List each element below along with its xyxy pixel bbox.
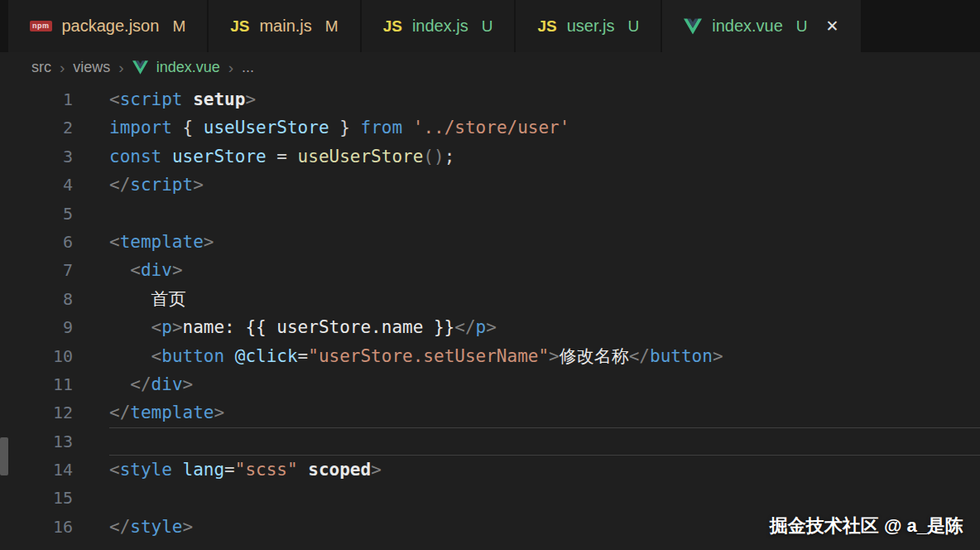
code-line[interactable]: 1<script setup>	[0, 85, 980, 113]
scrollbar-left-indicator[interactable]	[0, 437, 8, 475]
code-token: name:	[183, 317, 246, 337]
code-token: </	[109, 175, 130, 195]
line-number[interactable]: 4	[0, 171, 73, 199]
line-number[interactable]: 9	[0, 313, 73, 341]
code-token: '../store/user'	[413, 118, 570, 138]
code-token: </	[109, 517, 130, 537]
git-status-badge: U	[628, 17, 640, 36]
code-token: userStore	[172, 147, 267, 166]
line-number[interactable]: 14	[0, 456, 73, 484]
line-number[interactable]: 5	[0, 200, 73, 228]
js-icon: JS	[537, 17, 556, 36]
line-number[interactable]: 13	[0, 427, 73, 456]
code-line[interactable]: 5	[0, 200, 980, 228]
code-token: style	[130, 517, 182, 537]
code-line[interactable]: 8 首页	[0, 285, 980, 313]
code-line[interactable]: 13	[0, 427, 980, 456]
code-token: {{ userStore.name }}	[245, 317, 454, 337]
line-number[interactable]: 10	[0, 342, 73, 370]
code-line[interactable]: 2import { useUserStore } from '../store/…	[0, 113, 980, 142]
code-token: >	[371, 460, 382, 480]
code-token: >	[183, 517, 194, 537]
code-token	[224, 346, 235, 366]
tab-package-json[interactable]: npm package.json M	[8, 0, 209, 52]
code-line[interactable]: 15	[0, 484, 980, 512]
tab-index-vue[interactable]: index.vue U ✕	[662, 0, 862, 52]
tab-label: index.js	[412, 17, 468, 36]
code-token: >	[193, 175, 204, 195]
code-token: button	[161, 346, 224, 366]
code-token: button	[650, 346, 713, 366]
line-number[interactable]: 16	[0, 513, 73, 541]
line-number[interactable]: 1	[0, 85, 73, 113]
code-token: </	[109, 403, 130, 422]
code-token: script	[130, 175, 193, 195]
code-line[interactable]: 6<template>	[0, 228, 980, 256]
code-token	[183, 89, 194, 109]
code-token: const	[109, 147, 161, 166]
code-token: <	[109, 232, 120, 252]
code-token: >	[204, 232, 214, 252]
code-token: style	[120, 460, 172, 480]
code-content: </template>	[109, 398, 980, 427]
code-token: <	[130, 260, 141, 280]
breadcrumb-item-symbol[interactable]: ...	[242, 59, 254, 76]
code-token: template	[130, 403, 214, 422]
breadcrumb-item-src[interactable]: src	[31, 59, 51, 76]
code-line[interactable]: 10 <button @click="userStore.setUserName…	[0, 342, 980, 370]
code-line[interactable]: 7 <div>	[0, 256, 980, 284]
code-token: >	[549, 346, 560, 366]
code-token: p	[476, 317, 487, 337]
code-token: from	[361, 118, 403, 138]
git-status-badge: M	[172, 17, 185, 36]
code-token	[172, 460, 183, 480]
code-token: >	[214, 403, 224, 422]
tab-label: package.json	[62, 17, 160, 36]
code-token: div	[151, 374, 183, 394]
code-token	[329, 118, 340, 138]
code-line[interactable]: 3const userStore = useUserStore();	[0, 142, 980, 171]
code-line[interactable]: 11 </div>	[0, 370, 980, 398]
code-token: setup	[193, 89, 245, 109]
code-content: <div>	[109, 256, 980, 284]
breadcrumb-item-file[interactable]: index.vue	[156, 59, 220, 76]
chevron-right-icon: ›	[118, 59, 123, 77]
line-number[interactable]: 8	[0, 285, 73, 313]
code-token: ;	[444, 147, 455, 166]
code-token: <	[109, 460, 120, 480]
code-token: =	[224, 460, 235, 480]
code-token	[193, 118, 204, 138]
tab-main-js[interactable]: JS main.js M	[209, 0, 361, 52]
line-number[interactable]: 7	[0, 256, 73, 284]
close-icon[interactable]: ✕	[826, 18, 839, 34]
code-line[interactable]: 4</script>	[0, 171, 980, 199]
line-number[interactable]: 15	[0, 484, 73, 512]
breadcrumb-item-views[interactable]: views	[73, 59, 110, 76]
code-content: </div>	[109, 370, 980, 398]
tab-index-js[interactable]: JS index.js U	[362, 0, 516, 52]
code-token	[172, 118, 183, 138]
code-token: >	[713, 346, 723, 366]
line-number[interactable]: 3	[0, 142, 73, 171]
line-number[interactable]: 2	[0, 113, 73, 142]
line-number[interactable]: 11	[0, 370, 73, 398]
code-line[interactable]: 12</template>	[0, 398, 980, 427]
line-number[interactable]: 6	[0, 228, 73, 256]
git-status-badge: U	[796, 17, 808, 36]
code-token: useUserStore	[204, 118, 329, 138]
code-token: </	[629, 346, 650, 366]
code-token: {	[183, 118, 194, 138]
code-token: 首页	[109, 289, 186, 309]
line-number[interactable]: 12	[0, 398, 73, 427]
git-status-badge: U	[482, 17, 493, 36]
code-area[interactable]: 1<script setup>2import { useUserStore } …	[0, 83, 980, 541]
code-token	[161, 147, 172, 166]
code-token: </	[130, 374, 151, 394]
code-line[interactable]: 9 <p>name: {{ userStore.name }}</p>	[0, 313, 980, 341]
code-content: <template>	[109, 228, 980, 256]
tab-bar: npm package.json M JS main.js M JS index…	[0, 0, 980, 52]
tab-user-js[interactable]: JS user.js U	[516, 0, 662, 52]
code-token: template	[120, 232, 204, 252]
code-content	[109, 427, 980, 456]
code-line[interactable]: 14<style lang="scss" scoped>	[0, 456, 980, 484]
